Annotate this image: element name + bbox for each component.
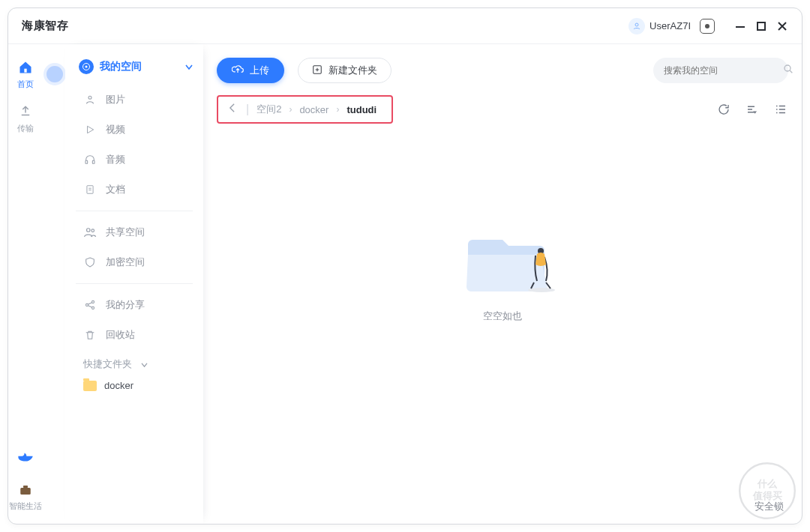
app-window: 海康智存 UserAZ7I 首页 传输 — [8, 7, 802, 525]
person-icon — [83, 93, 97, 106]
search-box[interactable] — [653, 58, 788, 83]
user-name[interactable]: UserAZ7I — [650, 20, 691, 31]
sidebar-item-audio[interactable]: 音频 — [83, 145, 193, 175]
breadcrumb-highlight: | 空间2 › docker › tududi — [217, 95, 393, 124]
sidebar-item-label: 我的分享 — [106, 298, 145, 312]
rail-item-smartlife[interactable]: 智能生活 — [9, 482, 42, 510]
settings-icon[interactable] — [700, 19, 715, 34]
space-selector[interactable]: 我的空间 — [65, 52, 203, 85]
cloud-upload-icon — [232, 64, 244, 77]
space-icon — [79, 59, 94, 74]
rail-item-whale[interactable] — [17, 449, 34, 465]
share-icon — [83, 298, 97, 312]
sidebar-item-videos[interactable]: 视频 — [83, 115, 193, 145]
divider: | — [246, 103, 249, 116]
svg-point-0 — [635, 23, 638, 26]
empty-state-label: 空空如也 — [483, 309, 522, 323]
upload-button[interactable]: 上传 — [217, 58, 284, 83]
sidebar-item-encrypted[interactable]: 加密空间 — [83, 247, 193, 277]
maximize-button[interactable] — [752, 17, 770, 35]
transfer-icon — [17, 103, 34, 120]
title-bar: 海康智存 UserAZ7I — [8, 8, 802, 44]
svg-rect-12 — [92, 160, 94, 163]
rail-item-home[interactable]: 首页 — [17, 59, 34, 90]
nav-rail: 首页 传输 智能生活 — [8, 44, 43, 524]
svg-rect-11 — [86, 160, 88, 163]
new-folder-button[interactable]: 新建文件夹 — [298, 58, 392, 83]
group-icon — [83, 226, 97, 239]
sidebar-item-label: 加密空间 — [106, 256, 145, 269]
shield-icon — [83, 256, 97, 269]
search-input[interactable] — [664, 65, 776, 76]
svg-rect-2 — [758, 22, 765, 30]
breadcrumb-item[interactable]: 空间2 — [256, 103, 281, 116]
sidebar-item-pictures[interactable]: 图片 — [83, 85, 193, 115]
breadcrumb-back-button[interactable] — [226, 103, 238, 116]
rail-item-label: 首页 — [17, 79, 34, 90]
content-area: 空空如也 — [203, 131, 802, 524]
svg-point-7 — [46, 66, 63, 82]
svg-point-9 — [86, 66, 88, 68]
sidebar-item-label: 共享空间 — [106, 226, 145, 239]
breadcrumb-row: | 空间2 › docker › tududi — [203, 91, 802, 131]
svg-point-15 — [92, 229, 94, 232]
trash-icon — [83, 328, 97, 342]
svg-rect-5 — [23, 486, 28, 488]
new-folder-label: 新建文件夹 — [328, 64, 377, 77]
sidebar-item-recycle[interactable]: 回收站 — [83, 320, 193, 350]
space-label: 我的空间 — [100, 60, 142, 73]
quick-folders-header[interactable]: 快捷文件夹 — [65, 350, 203, 375]
whale-icon — [17, 449, 34, 465]
play-icon — [83, 123, 97, 136]
chevron-down-icon — [141, 359, 148, 370]
toolbar: 上传 新建文件夹 — [203, 44, 802, 91]
svg-rect-13 — [87, 186, 93, 194]
sidebar-item-label: 文档 — [106, 183, 125, 196]
breadcrumb-item-current: tududi — [346, 104, 376, 115]
user-avatar-icon[interactable] — [628, 18, 645, 34]
doc-icon — [83, 183, 97, 196]
sidebar-item-label: 回收站 — [106, 328, 135, 342]
list-view-button[interactable] — [773, 102, 788, 117]
upload-label: 上传 — [250, 64, 269, 77]
rail-item-label: 智能生活 — [9, 501, 42, 510]
headphones-icon — [83, 153, 97, 166]
home-icon — [17, 59, 34, 76]
close-button[interactable] — [773, 17, 791, 35]
empty-illustration — [450, 214, 555, 296]
sidebar-item-label: 图片 — [106, 93, 125, 106]
plus-box-icon — [312, 64, 322, 77]
chevron-right-icon: › — [336, 104, 339, 115]
svg-rect-4 — [20, 488, 31, 495]
svg-rect-1 — [736, 26, 745, 28]
sidebar-item-label: 音频 — [106, 153, 125, 166]
app-title: 海康智存 — [22, 19, 68, 33]
chevron-right-icon: › — [289, 104, 292, 115]
sidebar-item-shared[interactable]: 共享空间 — [83, 217, 193, 247]
quick-folders-label: 快捷文件夹 — [83, 357, 132, 371]
svg-point-21 — [528, 288, 555, 292]
sidebar-item-label: 视频 — [106, 123, 125, 136]
search-icon — [782, 63, 794, 78]
svg-point-10 — [88, 96, 92, 99]
briefcase-icon — [17, 482, 34, 498]
rail-item-label: 传输 — [17, 123, 34, 134]
side-panel: 我的空间 图片 视频 音频 — [65, 44, 203, 524]
svg-rect-3 — [24, 69, 26, 73]
quick-folder-label: docker — [104, 380, 134, 391]
folder-icon — [83, 381, 97, 391]
refresh-button[interactable] — [716, 102, 731, 117]
minimize-button[interactable] — [731, 17, 749, 35]
breadcrumb-item[interactable]: docker — [299, 104, 328, 115]
sidebar-item-myshares[interactable]: 我的分享 — [83, 290, 193, 320]
sidebar-item-documents[interactable]: 文档 — [83, 175, 193, 205]
quick-folder-docker[interactable]: docker — [65, 375, 203, 396]
main-content: 上传 新建文件夹 | 空间2 › docker › — [203, 44, 802, 524]
rail-item-transfer[interactable]: 传输 — [17, 103, 34, 134]
sort-button[interactable] — [745, 102, 760, 117]
view-tools — [716, 102, 788, 117]
caret-down-icon — [185, 61, 193, 73]
side-curve — [43, 44, 65, 524]
svg-point-14 — [87, 229, 91, 232]
security-lock-link[interactable]: 安全锁 — [754, 500, 784, 513]
